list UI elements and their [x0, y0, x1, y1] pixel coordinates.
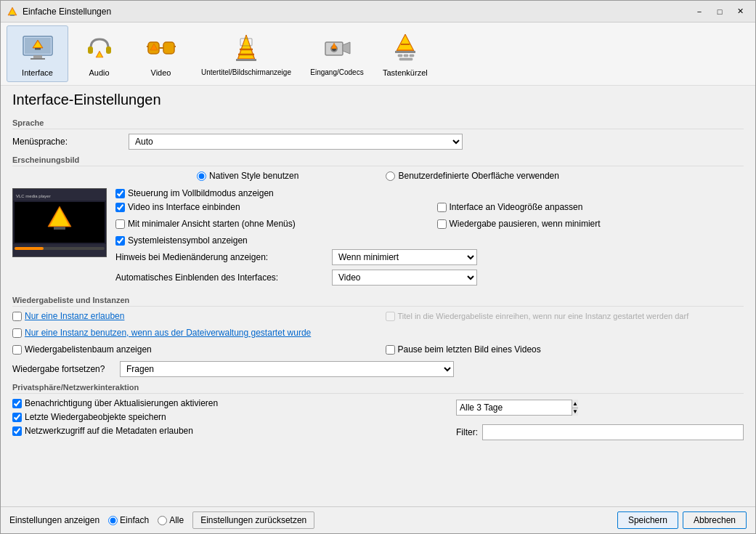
radio-alle-input[interactable]	[158, 516, 167, 525]
cb-dateiverwaltung[interactable]	[12, 328, 22, 338]
cb-vollbild-label[interactable]: Steuerung im Vollbildmodus anzeigen	[115, 188, 744, 198]
cancel-button[interactable]: Abbrechen	[683, 511, 747, 529]
cb-eine-instanz-text: Nur eine Instanz erlauben	[25, 311, 124, 321]
menuesprache-label: Menüsprache:	[12, 137, 129, 147]
filter-input[interactable]	[482, 424, 744, 440]
tab-video-icon	[144, 31, 179, 65]
cb-minimale-ansicht[interactable]	[115, 219, 125, 229]
tab-subtitles[interactable]: Untertitel/Bildschirmanzeige	[192, 25, 301, 82]
preview-image: VLC media player	[12, 188, 107, 257]
hinweis-select[interactable]: Wenn minimiert Immer Nie	[332, 249, 477, 265]
svg-rect-48	[15, 247, 44, 250]
tab-codecs-icon	[320, 31, 354, 65]
privacy-right: ▲ ▼ Filter:	[456, 398, 744, 440]
close-button[interactable]: ✕	[731, 4, 749, 19]
cb-pause-minimiert[interactable]	[437, 219, 447, 229]
fortsetzen-select[interactable]: Fragen Immer Nie	[120, 361, 454, 377]
cb-aktualisierungen[interactable]	[12, 399, 22, 408]
title-bar-left: Einfache Einstellungen	[7, 6, 111, 17]
tab-codecs[interactable]: Eingang/Codecs	[301, 25, 373, 82]
cb-wiedergabeobjekte-text: Letzte Wiedergabeobjekte speichern	[25, 412, 166, 422]
hinweis-row: Hinweis bei Medienänderung anzeigen: Wen…	[115, 249, 744, 265]
svg-rect-37	[410, 54, 414, 57]
cb-titel-einreihen[interactable]	[386, 312, 395, 321]
tab-hotkeys-icon	[388, 31, 423, 65]
tab-video[interactable]: Video	[130, 25, 192, 82]
cb-pause-letztes-bild[interactable]	[386, 345, 395, 355]
tab-audio-icon	[82, 31, 117, 65]
cb-video-interface[interactable]	[115, 203, 125, 212]
menuesprache-control: Auto Deutsch English Français	[129, 134, 463, 150]
cb-systemleiste-text: Systemleistensymbol anzeigen	[128, 235, 248, 246]
style-radio-row: Nativen Style benutzen Benutzerdefiniert…	[12, 171, 744, 181]
cb-dateiverwaltung-label[interactable]: Nur eine Instanz benutzen, wenn aus der …	[12, 328, 371, 338]
cb-interface-videogroesse-label[interactable]: Interface an Videogröße anpassen	[437, 202, 744, 212]
spinbox-down[interactable]: ▼	[572, 408, 578, 416]
svg-rect-9	[35, 48, 41, 50]
svg-text:VLC media player: VLC media player	[16, 194, 51, 198]
cb-minimale-ansicht-label[interactable]: Mit minimaler Ansicht starten (ohne Menü…	[115, 219, 423, 229]
svg-rect-35	[398, 54, 402, 57]
auto-einblenden-label: Automatisches Einblenden des Interfaces:	[115, 272, 326, 283]
cb-video-interface-label[interactable]: Video ins Interface einbinden	[115, 202, 423, 212]
tab-hotkeys[interactable]: Tastenkürzel	[373, 25, 437, 82]
cb-vollbild[interactable]	[115, 189, 125, 198]
radio-alle-label[interactable]: Alle	[158, 515, 184, 525]
update-spinbox: ▲ ▼	[456, 400, 572, 416]
cb-metadaten-label[interactable]: Netzwerkzugriff auf die Metadaten erlaub…	[12, 426, 442, 436]
cb-interface-videogroesse[interactable]	[437, 203, 447, 212]
erscheinungsbild-header: Erscheinungsbild	[12, 155, 744, 166]
section-sprache: Sprache Menüsprache: Auto Deutsch Englis…	[12, 118, 744, 150]
tab-video-label: Video	[151, 68, 171, 77]
cb-pause-minimiert-text: Wiedergabe pausieren, wenn minimiert	[450, 219, 601, 229]
privacy-checkboxes: Benachrichtigung über Aktualisierungen a…	[12, 398, 442, 440]
reset-button[interactable]: Einstellungen zurücksetzen	[192, 511, 314, 529]
tab-audio[interactable]: Audio	[68, 25, 130, 82]
cb-aktualisierungen-label[interactable]: Benachrichtigung über Aktualisierungen a…	[12, 398, 442, 408]
cb-systemleiste[interactable]	[115, 236, 125, 246]
cb-pause-letztes-bild-label[interactable]: Pause beim letzten Bild eines Videos	[386, 344, 744, 355]
svg-rect-10	[88, 46, 93, 54]
cb-wiedergabeobjekte-label[interactable]: Letzte Wiedergabeobjekte speichern	[12, 412, 442, 422]
cb-metadaten[interactable]	[12, 426, 22, 436]
radio-einfach-label[interactable]: Einfach	[108, 515, 149, 525]
svg-rect-36	[404, 54, 408, 57]
cb-listenbaum-label[interactable]: Wiedergabelistenbaum anzeigen	[12, 344, 371, 355]
page-title: Interface-Einstellungen	[1, 86, 755, 113]
appearance-checkboxes: Steuerung im Vollbildmodus anzeigen Vide…	[115, 188, 744, 290]
bottom-bar: Einstellungen anzeigen Einfach Alle Eins…	[1, 506, 755, 533]
save-button[interactable]: Speichern	[617, 511, 678, 529]
radio-custom-label[interactable]: Benutzerdefinierte Oberfläche verwenden	[386, 171, 558, 181]
playlist-checks: Nur eine Instanz erlauben Titel in die W…	[12, 311, 744, 358]
svg-rect-6	[31, 58, 45, 60]
radio-native-input[interactable]	[197, 171, 206, 181]
minimize-button[interactable]: −	[690, 4, 709, 19]
cb-eine-instanz[interactable]	[12, 312, 22, 321]
menuesprache-select[interactable]: Auto Deutsch English Français	[129, 134, 463, 150]
cb-wiedergabeobjekte[interactable]	[12, 413, 22, 422]
radio-native-text: Nativen Style benutzen	[209, 171, 298, 181]
radio-custom-input[interactable]	[386, 171, 395, 181]
radio-custom-text: Benutzerdefinierte Oberfläche verwenden	[398, 171, 558, 181]
update-spinbox-input[interactable]	[457, 400, 572, 415]
auto-einblenden-select[interactable]: Video Nie Immer	[332, 270, 477, 286]
cb-metadaten-text: Netzwerkzugriff auf die Metadaten erlaub…	[25, 426, 193, 436]
privacy-content: Benachrichtigung über Aktualisierungen a…	[12, 398, 744, 440]
tab-interface[interactable]: Interface	[7, 25, 68, 82]
radio-native-label[interactable]: Nativen Style benutzen	[197, 171, 298, 181]
filter-label: Filter:	[456, 427, 478, 437]
privatsphaere-header: Privatsphäre/Netzwerkinteraktion	[12, 383, 744, 394]
filter-row: Filter:	[456, 424, 744, 440]
tab-bar: Interface Audio	[1, 23, 755, 86]
svg-rect-24	[236, 59, 256, 61]
spinbox-up[interactable]: ▲	[572, 400, 578, 408]
radio-einfach-input[interactable]	[108, 516, 118, 525]
cb-listenbaum[interactable]	[12, 345, 22, 355]
maximize-button[interactable]: □	[710, 4, 729, 19]
cb-pause-minimiert-label[interactable]: Wiedergabe pausieren, wenn minimiert	[437, 219, 744, 229]
cb-titel-einreihen-label[interactable]: Titel in die Wiedergabeliste einreihen, …	[386, 311, 744, 321]
svg-rect-5	[33, 55, 42, 58]
tab-subtitles-icon	[229, 31, 264, 65]
cb-eine-instanz-label[interactable]: Nur eine Instanz erlauben	[12, 311, 371, 321]
cb-systemleiste-label[interactable]: Systemleistensymbol anzeigen	[115, 235, 744, 246]
